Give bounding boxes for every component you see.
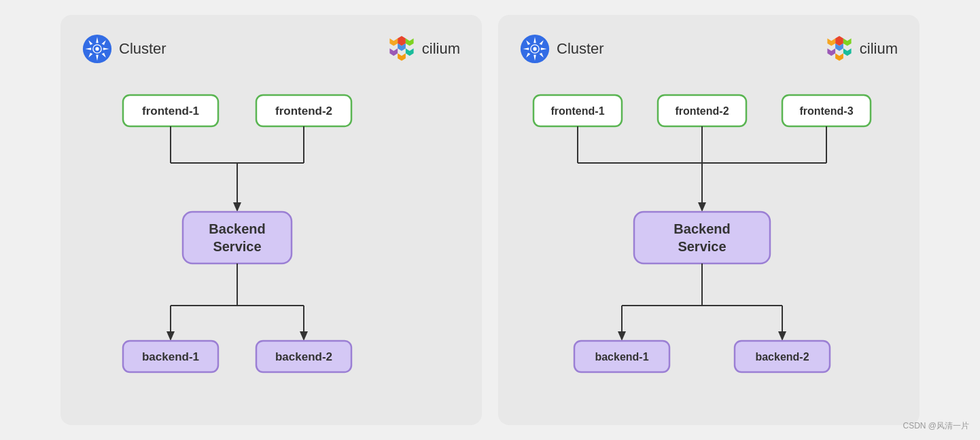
svg-marker-79 <box>618 331 626 341</box>
svg-text:Service: Service <box>213 239 261 254</box>
cluster-label-1: Cluster <box>82 34 167 64</box>
svg-text:Backend: Backend <box>673 221 730 236</box>
svg-marker-58 <box>843 48 852 56</box>
svg-marker-34 <box>167 331 175 341</box>
cluster-label-2: Cluster <box>520 34 604 64</box>
cilium-icon-2 <box>824 34 854 64</box>
svg-marker-27 <box>233 202 241 212</box>
header-row-1: Cluster cilium <box>82 34 460 64</box>
svg-point-52 <box>533 47 536 50</box>
diagram-box-1: Cluster cilium <box>60 15 482 425</box>
header-row-2: Cluster cilium <box>520 34 898 64</box>
svg-text:frontend-1: frontend-1 <box>142 105 199 117</box>
diagram-box-2: Cluster cilium frontend-1 <box>498 15 920 425</box>
svg-marker-82 <box>778 331 786 341</box>
svg-marker-15 <box>389 48 398 56</box>
svg-text:frontend-1: frontend-1 <box>550 105 604 117</box>
diagram-svg-1: frontend-1 frontend-2 Backend Service <box>82 88 460 401</box>
svg-text:backend-1: backend-1 <box>595 351 648 363</box>
kubernetes-icon-1 <box>82 34 112 64</box>
svg-point-10 <box>95 47 99 50</box>
cluster-text-2: Cluster <box>557 40 604 58</box>
cilium-text-2: cilium <box>860 40 898 58</box>
svg-text:Service: Service <box>678 239 726 254</box>
svg-marker-55 <box>843 39 852 46</box>
cilium-text-1: cilium <box>422 40 460 58</box>
svg-text:backend-2: backend-2 <box>755 351 809 363</box>
svg-text:backend-2: backend-2 <box>275 350 332 363</box>
svg-marker-54 <box>827 39 835 46</box>
main-container: Cluster cilium <box>47 1 933 439</box>
svg-text:frontend-2: frontend-2 <box>675 105 729 117</box>
svg-rect-28 <box>183 212 292 263</box>
svg-marker-17 <box>398 54 406 61</box>
svg-marker-57 <box>827 48 835 56</box>
svg-text:backend-1: backend-1 <box>142 350 199 363</box>
svg-rect-73 <box>634 212 770 263</box>
svg-marker-72 <box>698 202 706 212</box>
svg-text:Backend: Backend <box>209 221 265 236</box>
svg-marker-13 <box>406 39 414 46</box>
cluster-text-1: Cluster <box>119 40 167 58</box>
svg-text:frontend-3: frontend-3 <box>799 105 853 117</box>
svg-marker-16 <box>406 48 414 56</box>
svg-text:frontend-2: frontend-2 <box>275 105 332 117</box>
svg-marker-12 <box>389 39 398 46</box>
cilium-label-1: cilium <box>387 34 460 64</box>
cilium-icon-1 <box>387 34 417 64</box>
svg-marker-59 <box>835 54 843 61</box>
svg-marker-37 <box>300 331 308 341</box>
diagram-svg-2: frontend-1 frontend-2 frontend-3 <box>520 88 898 401</box>
cilium-label-2: cilium <box>824 34 898 64</box>
watermark: CSDN @风清一片 <box>903 420 969 432</box>
kubernetes-icon-2 <box>520 34 550 64</box>
